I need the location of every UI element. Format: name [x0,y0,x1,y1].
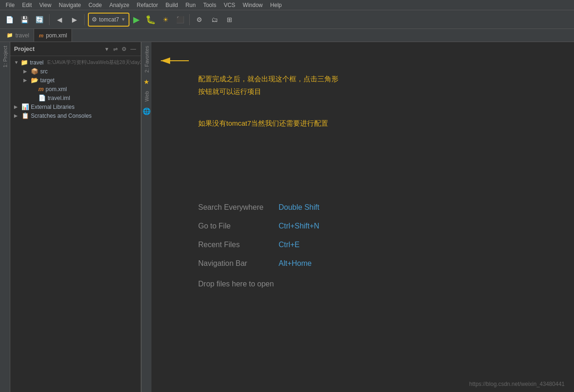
tree-item-src[interactable]: ▶ 📦 src [10,67,141,76]
web-label[interactable]: Web [143,87,151,105]
annotation-line2: 按钮就可以运行项目 [198,85,338,98]
sidebar-header: Project ▼ ⇌ ⚙ — [10,42,141,56]
tab-pom[interactable]: m pom.xml [34,29,72,42]
menu-navigate[interactable]: Navigate [55,1,85,9]
tree-icon-target: 📂 [31,77,38,84]
toolbar-sep3 [189,14,190,25]
shortcut-label-recent: Recent Files [198,241,273,249]
tree-label-iml: travel.iml [48,95,70,101]
shortcut-row-goto: Go to File Ctrl+Shift+N [198,222,555,230]
tree-arrow-travel: ▼ [14,60,19,65]
shortcut-label-goto: Go to File [198,222,273,230]
shortcut-row-nav: Navigation Bar Alt+Home [198,259,555,268]
tab-travel-icon: 📁 [7,32,13,38]
menu-view[interactable]: View [36,1,55,9]
main-layout: 1: Project Project ▼ ⇌ ⚙ — ▼ 📁 travel E:… [0,42,574,392]
tree-label-src: src [40,68,48,75]
drop-files-label: Drop files here to open [198,280,274,288]
shortcut-row-recent: Recent Files Ctrl+E [198,241,555,249]
web-icon: 🌐 [141,106,152,117]
shortcut-row-search: Search Everywhere Double Shift [198,203,555,212]
toolbar-sep2 [84,14,85,25]
debug-button[interactable]: 🐛 [144,14,158,25]
stop-button[interactable]: ⬛ [174,16,186,23]
run-config-box[interactable]: ⚙ tomcat7 ▼ [88,13,129,27]
annotation-text-2: 如果没有tomcat7当然我们还需要进行配置 [198,117,328,129]
toolbar-back[interactable]: ◀ [53,13,66,26]
menu-file[interactable]: File [2,1,18,9]
shortcut-row-drop: Drop files here to open [198,278,555,288]
toolbar-save[interactable]: 💾 [18,13,31,26]
tree-item-pom[interactable]: m pom.xml [10,85,141,93]
sidebar-title: Project [14,45,101,52]
toolbar-settings[interactable]: ⚙ [193,13,206,26]
tree-icon-src: 📦 [31,68,38,75]
annotation-text-1: 配置完成之后，就会出现这个框，点击三角形 按钮就可以运行项目 [198,72,338,98]
toolbar: 📄 💾 🔄 ◀ ▶ ⚙ tomcat7 ▼ ▶ 🐛 ☀ ⬛ ⚙ 🗂 ⊞ [0,10,574,29]
menu-refactor[interactable]: Refactor [133,1,162,9]
menu-code[interactable]: Code [85,1,106,9]
toolbar-sep1 [49,14,50,25]
toolbar-structure[interactable]: 🗂 [208,13,221,26]
toolbar-sync[interactable]: 🔄 [33,13,46,26]
toolbar-new-file[interactable]: 📄 [3,13,16,26]
tree-icon-travel: 📁 [21,59,28,66]
project-tree: ▼ 📁 travel E:\JAVA学习资料\JavaWeb基础28天\day2… [10,56,141,392]
tree-arrow-scratches: ▶ [14,113,20,118]
menu-analyze[interactable]: Analyze [106,1,133,9]
menu-tools[interactable]: Tools [200,1,220,9]
tree-item-scratches[interactable]: ▶ 📋 Scratches and Consoles [10,111,141,120]
bottom-url: https://blog.csdn.net/weixin_43480441 [469,381,565,387]
tree-icon-pom: m [38,86,44,93]
tab-travel-label: travel [15,32,29,39]
tree-icon-scratches: 📋 [22,112,29,119]
tree-item-libs[interactable]: ▶ 📊 External Libraries [10,102,141,111]
tree-icon-iml: 📄 [38,94,46,101]
content-area: 配置完成之后，就会出现这个框，点击三角形 按钮就可以运行项目 如果没有tomca… [151,42,574,392]
sidebar-equalize-icon[interactable]: ⇌ [112,45,119,53]
menu-vcs[interactable]: VCS [220,1,239,9]
tree-item-target[interactable]: ▶ 📂 target [10,76,141,85]
tab-bar: 📁 travel m pom.xml [0,29,574,42]
run-config-dropdown-arrow[interactable]: ▼ [121,17,126,22]
sidebar-collapse-icon[interactable]: — [129,45,137,53]
shortcuts-section: Search Everywhere Double Shift Go to Fil… [198,203,555,299]
menu-run[interactable]: Run [182,1,200,9]
toolbar-layout[interactable]: ⊞ [223,13,236,26]
menu-help[interactable]: Help [266,1,286,9]
shortcut-label-nav: Navigation Bar [198,259,273,268]
menu-bar: File Edit View Navigate Code Analyze Ref… [0,0,574,10]
tree-label-scratches: Scratches and Consoles [31,113,92,119]
annotation-line1: 配置完成之后，就会出现这个框，点击三角形 [198,72,338,85]
shortcut-label-search: Search Everywhere [198,203,273,212]
tree-label-travel: travel [30,59,43,66]
shortcut-key-recent: Ctrl+E [279,241,300,249]
left-strip: 1: Project [0,42,10,392]
tree-item-iml[interactable]: 📄 travel.iml [10,93,141,102]
favorites-label[interactable]: 2: Favorites [143,42,151,76]
tree-arrow-libs: ▶ [14,104,20,109]
tree-label-libs: External Libraries [31,104,74,110]
menu-window[interactable]: Window [239,1,266,9]
tab-travel[interactable]: 📁 travel [2,29,34,42]
tree-item-travel[interactable]: ▼ 📁 travel E:\JAVA学习资料\JavaWeb基础28天\day2… [10,58,141,67]
menu-edit[interactable]: Edit [18,1,36,9]
sidebar: Project ▼ ⇌ ⚙ — ▼ 📁 travel E:\JAVA学习资料\J… [10,42,141,392]
run-config-icon: ⚙ [92,16,97,23]
favorites-star-icon[interactable]: ★ [142,76,151,87]
favorites-strip: 2: Favorites ★ Web 🌐 [141,42,151,392]
shortcut-key-goto: Ctrl+Shift+N [279,222,319,230]
project-panel-label[interactable]: 1: Project [1,42,9,71]
tree-arrow-src: ▶ [23,69,29,74]
toolbar-forward[interactable]: ▶ [68,13,81,26]
tree-path-travel: E:\JAVA学习资料\JavaWeb基础28天\day20-28\day2 [47,59,141,66]
sidebar-icons: ⇌ ⚙ — [112,45,137,53]
coverage-button[interactable]: ☀ [159,13,172,26]
menu-build[interactable]: Build [162,1,182,9]
run-button[interactable]: ▶ [131,14,142,25]
tree-icon-libs: 📊 [22,103,29,110]
tab-pom-label: pom.xml [46,32,67,39]
sidebar-gear-icon[interactable]: ⚙ [121,45,128,53]
annotation-line3: 如果没有tomcat7当然我们还需要进行配置 [198,117,328,129]
run-config-name: tomcat7 [99,16,119,23]
